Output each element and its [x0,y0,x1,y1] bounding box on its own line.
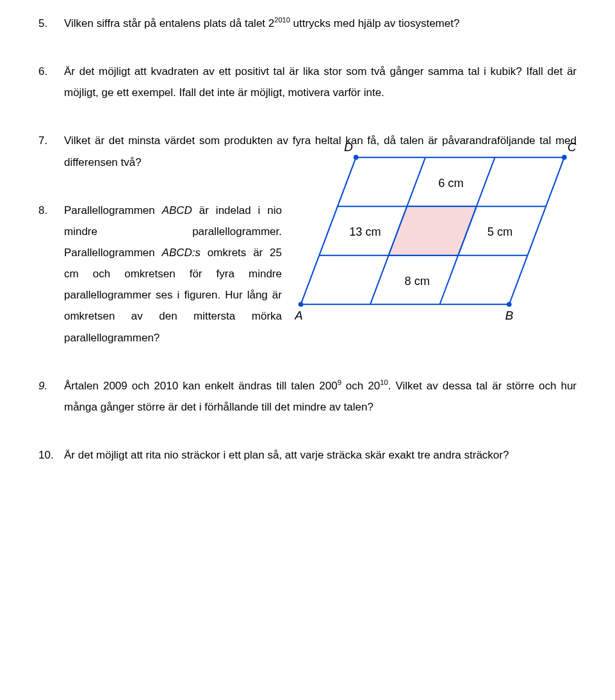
dim-8cm: 8 cm [405,274,430,287]
vertex-c: C [568,140,577,154]
text-part: och 20 [341,380,380,392]
vertex-d: D [344,140,353,154]
problem-6: 6. Är det möjligt att kvadraten av ett p… [38,61,577,103]
problem-text: Är det möjligt att kvadraten av ett posi… [64,61,577,103]
label-abcd: ABCD [162,204,192,216]
problem-8: 8. Parallellogrammen ABCD är indelad i n… [38,200,577,348]
parallelogram-diagram: D C A B 6 cm 13 cm 5 cm 8 cm [295,139,577,336]
dim-6cm: 6 cm [438,176,463,189]
exponent: 2010 [274,16,290,24]
svg-point-9 [299,302,304,307]
problem-text: Årtalen 2009 och 2010 kan enkelt ändras … [64,375,577,418]
dim-5cm: 5 cm [488,225,512,238]
problem-number: 6. [38,61,64,103]
svg-point-7 [562,155,567,160]
dim-13cm: 13 cm [349,225,381,238]
problem-text: Parallellogrammen ABCD är indelad i nio … [64,200,282,348]
problem-9: 9. Årtalen 2009 och 2010 kan enkelt ändr… [38,375,577,418]
problem-number: 5. [38,13,64,34]
svg-point-6 [354,155,359,160]
problem-body: Parallellogrammen ABCD är indelad i nio … [64,200,577,348]
problem-text: Är det möjligt att rita nio sträckor i e… [64,444,577,466]
svg-marker-5 [389,206,477,256]
problem-number: 10. [38,444,64,466]
text-part: omkrets är 25 cm och omkretsen för fyra … [64,247,282,344]
problem-number: 9. [38,375,64,418]
exponent: 10 [380,378,388,386]
problem-number: 8. [38,200,64,348]
label-abcd: ABCD:s [162,247,201,259]
problem-10: 10. Är det möjligt att rita nio sträckor… [38,444,577,466]
problem-text: Vilken siffra står på entalens plats då … [64,13,577,34]
vertex-b: B [505,309,513,322]
text-part: Parallellogrammen [64,204,162,216]
problem-number: 7. [38,130,64,172]
text-part: Årtalen 2009 och 2010 kan enkelt ändras … [64,380,338,392]
problem-5: 5. Vilken siffra står på entalens plats … [38,13,577,34]
page-content: 5. Vilken siffra står på entalens plats … [0,0,615,518]
text-part: Vilken siffra står på entalens plats då … [64,17,274,29]
vertex-a: A [295,309,303,322]
text-part: uttrycks med hjälp av tiosystemet? [290,17,460,29]
svg-point-8 [507,302,512,307]
diagram-svg: D C A B 6 cm 13 cm 5 cm 8 cm [295,139,577,329]
